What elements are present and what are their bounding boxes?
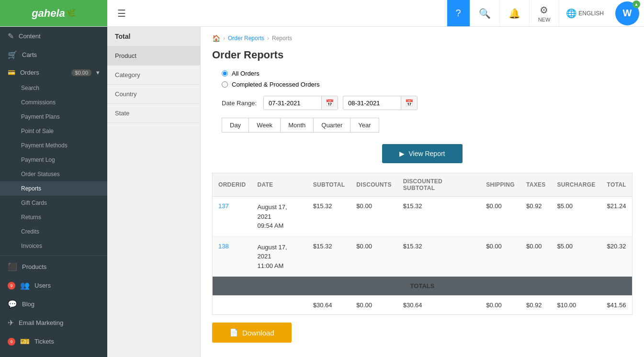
sidebar-item-carts[interactable]: 🛒 Carts	[0, 45, 107, 64]
tickets-icon: 🎫	[20, 337, 30, 346]
surcharge-cell: $5.00	[552, 197, 601, 237]
sidebar-item-label: Tickets	[34, 338, 100, 345]
radio-all-orders[interactable]: All Orders	[222, 70, 633, 77]
col-discounted-subtotal: DISCOUNTED SUBTOTAL	[397, 173, 480, 197]
quarter-button[interactable]: Quarter	[313, 118, 350, 133]
submenu-search[interactable]: Search	[0, 81, 107, 95]
new-button[interactable]: ⚙ NEW	[529, 0, 559, 26]
sidebar-item-blog[interactable]: 💬 Blog	[0, 295, 107, 313]
submenu-order-statuses[interactable]: Order Statuses	[0, 167, 107, 181]
subtotal-cell: $15.32	[307, 236, 351, 277]
calendar-end-icon[interactable]: 📅	[401, 96, 417, 110]
order-id-link[interactable]: 137	[218, 202, 229, 210]
col-taxes: TAXES	[520, 173, 552, 197]
submenu-invoices[interactable]: Invoices	[0, 239, 107, 253]
sub-sidebar: Total Product Category Country State	[107, 27, 201, 357]
sub-sidebar-item-category[interactable]: Category	[107, 66, 200, 85]
orders-icon: 💳	[8, 69, 15, 76]
orders-label: Orders	[20, 69, 67, 76]
date-start-input[interactable]	[264, 97, 321, 110]
submenu-credits[interactable]: Credits	[0, 224, 107, 239]
submenu-reports[interactable]: Reports	[0, 181, 107, 196]
page-title: Order Reports	[212, 49, 633, 61]
submenu-point-of-sale[interactable]: Point of Sale	[0, 124, 107, 138]
discounted-subtotal-cell: $15.32	[397, 236, 480, 277]
header-actions: ? 🔍 🔔 ⚙ NEW 🌐 ENGLISH W ▲	[447, 0, 644, 26]
totals-taxes: $0.92	[520, 296, 552, 315]
date-line2: 11:00 AM	[257, 262, 283, 269]
avatar[interactable]: W ▲	[615, 1, 639, 25]
radio-completed[interactable]: Completed & Processed Orders	[222, 81, 633, 88]
submenu-gift-cards[interactable]: Gift Cards	[0, 196, 107, 210]
submenu-payment-plans[interactable]: Payment Plans	[0, 110, 107, 124]
date-line2: 09:54 AM	[257, 222, 283, 229]
sidebar-item-orders[interactable]: 💳 Orders $0.00 ▾	[0, 64, 107, 81]
totals-amounts-row: $30.64 $0.00 $30.64 $0.00 $0.92 $10.00 $…	[213, 296, 633, 315]
submenu-returns[interactable]: Returns	[0, 210, 107, 224]
week-button[interactable]: Week	[249, 118, 281, 133]
avatar-letter: W	[623, 8, 632, 19]
day-button[interactable]: Day	[222, 118, 249, 133]
help-button[interactable]: ?	[447, 0, 470, 26]
users-badge: 9	[8, 282, 15, 290]
shipping-cell: $0.00	[480, 197, 520, 237]
content-icon: ✎	[8, 32, 14, 41]
gear-icon: ⚙	[540, 4, 548, 16]
radio-all-orders-input[interactable]	[222, 70, 228, 77]
sidebar-item-label: Carts	[22, 51, 100, 58]
sub-sidebar-header: Total	[107, 27, 200, 46]
blog-icon: 💬	[8, 300, 17, 309]
language-selector[interactable]: 🌐 ENGLISH	[559, 0, 610, 26]
totals-header-row: TOTALS	[213, 277, 633, 296]
col-shipping: SHIPPING	[480, 173, 520, 197]
totals-surcharge: $10.00	[552, 296, 601, 315]
radio-completed-input[interactable]	[222, 81, 228, 88]
sidebar-item-email-marketing[interactable]: ✈ Email Marketing	[0, 313, 107, 332]
sidebar-item-label: Users	[34, 282, 100, 289]
col-subtotal: SUBTOTAL	[307, 173, 351, 197]
sidebar-item-products[interactable]: ⬛ Products	[0, 257, 107, 276]
download-wrap: 📄 Download	[212, 323, 633, 343]
view-report-wrap: ▶ View Report	[212, 144, 633, 163]
search-button[interactable]: 🔍	[470, 0, 499, 26]
col-discounts: DISCOUNTS	[350, 173, 397, 197]
view-report-button[interactable]: ▶ View Report	[382, 144, 462, 163]
sidebar-item-users[interactable]: 9 👥 Users	[0, 276, 107, 295]
submenu-commissions[interactable]: Commissions	[0, 95, 107, 110]
hamburger-button[interactable]: ☰	[107, 8, 136, 19]
sidebar-item-label: Content	[19, 33, 100, 40]
date-cell: August 17, 2021 11:00 AM	[251, 236, 307, 277]
main-content: 🏠 › Order Reports › Reports Order Report…	[201, 27, 644, 357]
calendar-start-icon[interactable]: 📅	[321, 96, 338, 110]
month-button[interactable]: Month	[280, 118, 314, 133]
sidebar-divider	[0, 255, 107, 256]
date-start-wrap: 📅	[263, 96, 338, 110]
bell-icon: 🔔	[508, 8, 520, 19]
breadcrumb: 🏠 › Order Reports › Reports	[212, 34, 633, 42]
download-button[interactable]: 📄 Download	[212, 323, 292, 343]
home-icon[interactable]: 🏠	[212, 34, 220, 42]
sub-sidebar-item-product[interactable]: Product	[107, 46, 200, 66]
sidebar-item-label: Blog	[22, 301, 100, 308]
totals-orderid	[213, 296, 252, 315]
order-id-link[interactable]: 138	[218, 243, 229, 250]
surcharge-cell: $5.00	[552, 236, 601, 277]
logo-text: gahela	[32, 7, 65, 20]
sub-sidebar-item-state[interactable]: State	[107, 104, 200, 123]
sub-sidebar-item-country[interactable]: Country	[107, 85, 200, 104]
date-range-row: Date Range: 📅 📅	[222, 96, 633, 110]
totals-discounted-subtotal: $30.64	[397, 296, 480, 315]
carts-icon: 🛒	[8, 50, 17, 59]
year-button[interactable]: Year	[350, 118, 379, 133]
period-buttons: Day Week Month Quarter Year	[222, 118, 633, 133]
table-row: 137 August 17, 2021 09:54 AM $15.32 $0.0…	[213, 197, 633, 237]
radio-group: All Orders Completed & Processed Orders	[222, 70, 633, 88]
notifications-button[interactable]: 🔔	[499, 0, 529, 26]
sidebar-item-tickets[interactable]: 9 🎫 Tickets	[0, 332, 107, 351]
breadcrumb-order-reports[interactable]: Order Reports	[228, 35, 264, 42]
date-end-input[interactable]	[343, 97, 401, 110]
sidebar-item-content[interactable]: ✎ Content	[0, 27, 107, 45]
submenu-payment-methods[interactable]: Payment Methods	[0, 138, 107, 153]
submenu-payment-log[interactable]: Payment Log	[0, 153, 107, 167]
products-icon: ⬛	[8, 262, 17, 271]
